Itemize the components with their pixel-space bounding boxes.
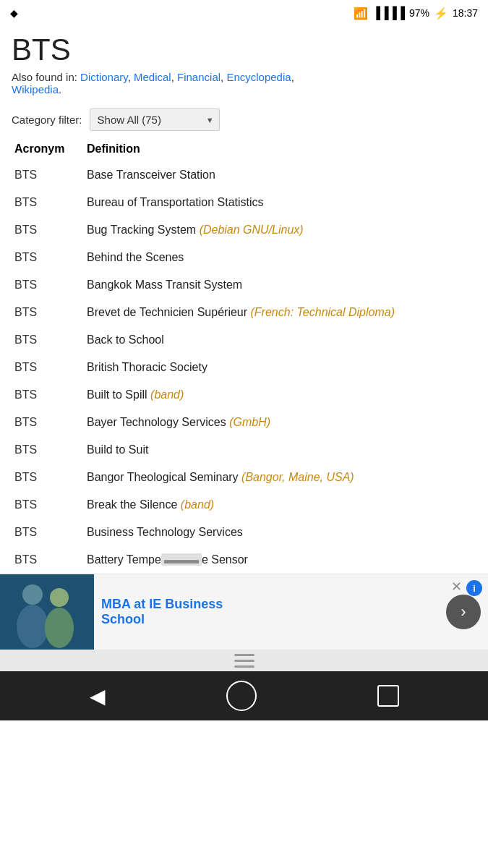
definition-cell: Battery Tempe▬▬▬e Sensor <box>84 546 476 574</box>
acronym-cell: BTS <box>12 546 84 574</box>
ad-close-button[interactable]: ✕ <box>451 579 462 595</box>
col-header-definition: Definition <box>84 138 476 161</box>
acronym-table: Acronym Definition BTSBase Transceiver S… <box>12 138 476 574</box>
svg-point-2 <box>17 605 48 648</box>
acronym-cell: BTS <box>12 381 84 409</box>
hamburger-line-2 <box>234 660 254 662</box>
table-row: BTSBusiness Technology Services <box>12 519 476 546</box>
hamburger-line-3 <box>234 665 254 668</box>
table-row: BTSBreak the Silence (band) <box>12 491 476 519</box>
extra-info: (French: Technical Diploma) <box>251 306 395 318</box>
acronym-cell: BTS <box>12 326 84 354</box>
acronym-cell: BTS <box>12 464 84 491</box>
definition-cell: Break the Silence (band) <box>84 491 476 519</box>
extra-info: (Bangor, Maine, USA) <box>241 471 354 483</box>
svg-point-1 <box>22 584 43 605</box>
table-row: BTSBuilt to Spill (band) <box>12 381 476 409</box>
definition-cell: Build to Suit <box>84 436 476 464</box>
table-row: BTSBureau of Transportation Statistics <box>12 189 476 216</box>
battery-percent: 97% <box>409 7 429 19</box>
recents-button[interactable] <box>377 685 399 707</box>
acronym-cell: BTS <box>12 244 84 271</box>
acronym-cell: BTS <box>12 409 84 436</box>
table-row: BTSBrevet de Technicien Supérieur (Frenc… <box>12 299 476 326</box>
definition-cell: Behind the Scenes <box>84 244 476 271</box>
definition-cell: Back to School <box>84 326 476 354</box>
table-row: BTSBangor Theological Seminary (Bangor, … <box>12 464 476 491</box>
table-row: BTSBack to School <box>12 326 476 354</box>
acronym-cell: BTS <box>12 436 84 464</box>
home-button[interactable] <box>226 681 257 711</box>
time-display: 18:37 <box>453 7 478 19</box>
acronym-cell: BTS <box>12 189 84 216</box>
extra-info: (Debian GNU/Linux) <box>200 224 304 236</box>
link-medical[interactable]: Medical <box>134 71 171 83</box>
ad-people-svg <box>0 574 94 650</box>
filter-select-wrapper[interactable]: Show All (75) <box>90 109 220 131</box>
navigation-bar: ◀ <box>0 671 488 720</box>
back-button[interactable]: ◀ <box>90 684 106 708</box>
main-content: BTS Also found in: Dictionary, Medical, … <box>0 26 488 574</box>
signal-icon: ▐▐▐▐ <box>372 7 405 20</box>
definition-cell: Bureau of Transportation Statistics <box>84 189 476 216</box>
table-row: BTSBug Tracking System (Debian GNU/Linux… <box>12 216 476 244</box>
link-dictionary[interactable]: Dictionary <box>80 71 128 83</box>
ad-image <box>0 574 94 650</box>
wifi-icon: 📶 <box>354 7 368 20</box>
definition-cell: Business Technology Services <box>84 519 476 546</box>
also-found-label: Also found in: <box>12 71 77 83</box>
acronym-cell: BTS <box>12 271 84 299</box>
svg-point-3 <box>50 588 69 607</box>
table-row: BTSBase Transceiver Station <box>12 161 476 189</box>
definition-cell: Bangor Theological Seminary (Bangor, Mai… <box>84 464 476 491</box>
extra-info: (band) <box>150 388 184 401</box>
acronym-cell: BTS <box>12 519 84 546</box>
acronym-cell: BTS <box>12 161 84 189</box>
definition-cell: Built to Spill (band) <box>84 381 476 409</box>
acronym-cell: BTS <box>12 299 84 326</box>
status-bar: ◆ 📶 ▐▐▐▐ 97% ⚡ 18:37 <box>0 0 488 26</box>
svg-point-4 <box>45 608 74 648</box>
ad-banner[interactable]: MBA at IE Business School › ✕ i <box>0 574 488 650</box>
ad-content: MBA at IE Business School <box>94 574 446 650</box>
link-financial[interactable]: Financial <box>177 71 221 83</box>
table-row: BTSBayer Technology Services (GmbH) <box>12 409 476 436</box>
acronym-cell: BTS <box>12 491 84 519</box>
battery-icon: ⚡ <box>434 7 448 20</box>
ad-info-button[interactable]: i <box>466 580 482 596</box>
filter-label: Category filter: <box>12 114 82 126</box>
table-row: BTSBangkok Mass Transit System <box>12 271 476 299</box>
definition-cell: Base Transceiver Station <box>84 161 476 189</box>
table-row: BTSBattery Tempe▬▬▬e Sensor <box>12 546 476 574</box>
hamburger-icon <box>234 654 254 668</box>
menu-overlay <box>0 650 488 671</box>
category-filter: Category filter: Show All (75) <box>12 109 476 131</box>
link-encyclopedia[interactable]: Encyclopedia <box>226 71 291 83</box>
link-wikipedia[interactable]: Wikipedia <box>12 83 59 95</box>
ad-arrow-button[interactable]: › <box>446 595 481 629</box>
ad-subtitle: School <box>101 612 439 627</box>
location-icon: ◆ <box>10 7 18 19</box>
extra-info: (band) <box>181 498 214 511</box>
hamburger-line-1 <box>234 654 254 656</box>
table-row: BTSBuild to Suit <box>12 436 476 464</box>
category-select[interactable]: Show All (75) <box>90 109 220 131</box>
col-header-acronym: Acronym <box>12 138 84 161</box>
table-row: BTSBehind the Scenes <box>12 244 476 271</box>
ad-title: MBA at IE Business <box>101 597 439 613</box>
extra-info: (GmbH) <box>229 416 270 428</box>
page-title: BTS <box>12 33 476 67</box>
table-row: BTSBritish Thoracic Society <box>12 354 476 381</box>
definition-cell: Bangkok Mass Transit System <box>84 271 476 299</box>
also-found-section: Also found in: Dictionary, Medical, Fina… <box>12 71 476 95</box>
acronym-cell: BTS <box>12 216 84 244</box>
definition-cell: Bayer Technology Services (GmbH) <box>84 409 476 436</box>
definition-cell: Brevet de Technicien Supérieur (French: … <box>84 299 476 326</box>
definition-cell: British Thoracic Society <box>84 354 476 381</box>
acronym-cell: BTS <box>12 354 84 381</box>
definition-cell: Bug Tracking System (Debian GNU/Linux) <box>84 216 476 244</box>
